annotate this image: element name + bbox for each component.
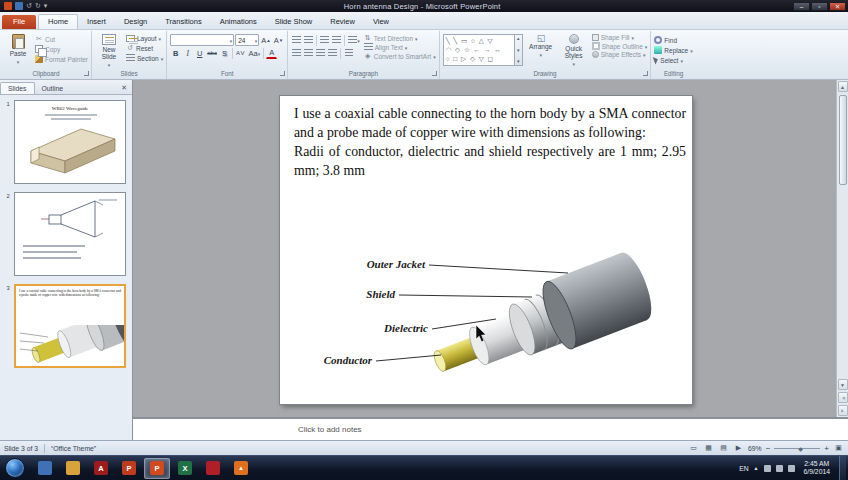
taskbar-pdf-icon[interactable]: P [116, 458, 142, 479]
bold-button[interactable]: B [170, 47, 181, 59]
drawing-dialog-launcher[interactable] [643, 71, 648, 76]
line-spacing-button[interactable] [347, 34, 361, 46]
action-center-icon[interactable] [764, 465, 771, 472]
panel-close-icon[interactable]: ✕ [116, 84, 132, 94]
align-left-button[interactable] [291, 47, 302, 59]
minimize-button[interactable]: – [793, 2, 810, 11]
font-size-combo[interactable]: 24 [235, 34, 259, 46]
zoom-level[interactable]: 69% [748, 445, 762, 452]
character-spacing-button[interactable]: AV [235, 47, 247, 59]
normal-view-button[interactable]: ▭ [688, 444, 699, 452]
reset-button[interactable]: ↺Reset [126, 44, 163, 52]
tab-animations[interactable]: Animations [211, 15, 266, 29]
tab-slides[interactable]: Slides [0, 82, 35, 94]
taskbar-clock[interactable]: 2:45 AM 6/9/2014 [800, 460, 834, 476]
volume-icon[interactable] [776, 465, 783, 472]
scroll-up-icon[interactable]: ▲ [838, 81, 848, 92]
strikethrough-button[interactable]: abc [206, 47, 218, 59]
paste-button[interactable]: Paste [4, 33, 32, 69]
redo-icon[interactable]: ↻ [35, 2, 41, 10]
slideshow-view-button[interactable]: ▶ [733, 444, 744, 452]
taskbar-explorer-icon[interactable] [32, 458, 58, 479]
cut-button[interactable]: ✂Cut [35, 35, 88, 43]
shapes-gallery-scrollbar[interactable]: ▲ ▼ ▼ [515, 34, 523, 66]
replace-button[interactable]: Replace [654, 46, 692, 54]
layout-button[interactable]: Layout [126, 35, 163, 42]
vertical-scrollbar[interactable]: ▲ ▼ « « [836, 80, 848, 417]
slide-sorter-view-button[interactable]: ▦ [703, 444, 714, 452]
taskbar-powerpoint-icon[interactable]: P [144, 458, 170, 479]
columns-button[interactable] [343, 47, 354, 59]
font-dialog-launcher[interactable] [280, 71, 285, 76]
shape-effects-button[interactable]: Shape Effects [592, 51, 648, 58]
notes-pane[interactable]: Click to add notes [133, 417, 848, 440]
tab-design[interactable]: Design [115, 15, 156, 29]
align-text-button[interactable]: Align Text [364, 43, 436, 51]
align-center-button[interactable] [303, 47, 314, 59]
tab-home[interactable]: Home [38, 14, 78, 29]
zoom-slider-thumb[interactable]: ◆ [798, 445, 803, 452]
shape-fill-button[interactable]: Shape Fill [592, 34, 648, 41]
tab-review[interactable]: Review [321, 15, 364, 29]
language-indicator[interactable]: EN [739, 465, 748, 472]
tab-slide-show[interactable]: Slide Show [266, 15, 322, 29]
zoom-in-button[interactable]: + [824, 444, 829, 453]
underline-button[interactable]: U [194, 47, 205, 59]
text-shadow-button[interactable]: S [219, 47, 230, 59]
tab-outline[interactable]: Outline [35, 83, 71, 94]
tab-file[interactable]: File [2, 15, 36, 29]
grow-font-button[interactable]: A▲ [260, 34, 271, 46]
zoom-out-button[interactable]: − [766, 444, 771, 453]
convert-smartart-button[interactable]: ◈Convert to SmartArt [364, 52, 436, 60]
scrollbar-thumb[interactable] [839, 95, 847, 185]
taskbar-excel-icon[interactable]: X [172, 458, 198, 479]
paragraph-dialog-launcher[interactable] [432, 71, 437, 76]
taskbar-vlc-icon[interactable]: ▲ [228, 458, 254, 479]
taskbar-media-player-icon[interactable] [200, 458, 226, 479]
slide-text-box[interactable]: I use a coaxial cable connecting to the … [294, 104, 686, 180]
change-case-button[interactable]: Aa [247, 47, 261, 59]
shape-outline-button[interactable]: Shape Outline [592, 42, 648, 50]
maximize-button[interactable]: ▫ [811, 2, 828, 11]
bullets-button[interactable] [291, 34, 302, 46]
quick-styles-button[interactable]: Quick Styles [559, 33, 589, 69]
clipboard-dialog-launcher[interactable] [84, 71, 89, 76]
shapes-more-icon[interactable]: ▼ [516, 59, 520, 64]
shapes-scroll-down-icon[interactable]: ▼ [516, 48, 520, 53]
zoom-slider[interactable]: ◆ [774, 448, 820, 449]
section-button[interactable]: Section [126, 54, 163, 62]
align-right-button[interactable] [315, 47, 326, 59]
find-button[interactable]: Find [654, 36, 692, 44]
undo-icon[interactable]: ↺ [26, 2, 32, 10]
slide-thumbnail-3[interactable]: 3 I use a coaxial cable connecting to th… [2, 284, 128, 368]
reading-view-button[interactable]: ▤ [718, 444, 729, 452]
fit-to-window-button[interactable]: ▣ [833, 444, 844, 452]
new-slide-button[interactable]: New Slide [95, 33, 123, 69]
show-desktop-button[interactable] [839, 456, 846, 480]
numbering-button[interactable] [303, 34, 314, 46]
powerpoint-app-icon[interactable] [4, 2, 12, 10]
justify-button[interactable] [327, 47, 338, 59]
shapes-scroll-up-icon[interactable]: ▲ [516, 36, 520, 41]
taskbar-folder-icon[interactable] [60, 458, 86, 479]
taskbar-adobe-reader-icon[interactable]: A [88, 458, 114, 479]
shrink-font-button[interactable]: A▼ [273, 34, 284, 46]
start-button[interactable] [5, 458, 25, 478]
copy-button[interactable]: Copy [35, 45, 88, 53]
scroll-down-icon[interactable]: ▼ [838, 379, 848, 390]
qat-dropdown-icon[interactable]: ▾ [44, 2, 48, 10]
coax-cable-figure[interactable]: Outer Jacket Shield Dielectric Conductor [290, 241, 682, 401]
slide-editor[interactable]: I use a coaxial cable connecting to the … [280, 96, 692, 404]
network-icon[interactable] [788, 465, 795, 472]
close-button[interactable]: ✕ [829, 2, 846, 11]
save-icon[interactable] [15, 2, 23, 10]
font-name-combo[interactable] [170, 34, 234, 46]
slide-thumbnail-1[interactable]: 1 WR62 Waveguide [2, 100, 128, 184]
italic-button[interactable]: I [182, 47, 193, 59]
tab-insert[interactable]: Insert [78, 15, 115, 29]
slide-thumbnail-2[interactable]: 2 [2, 192, 128, 276]
arrange-button[interactable]: ◱ Arrange [526, 33, 556, 69]
select-button[interactable]: Select [654, 56, 692, 64]
hidden-icons-chevron[interactable]: ▲ [754, 465, 759, 471]
decrease-indent-button[interactable] [319, 34, 330, 46]
